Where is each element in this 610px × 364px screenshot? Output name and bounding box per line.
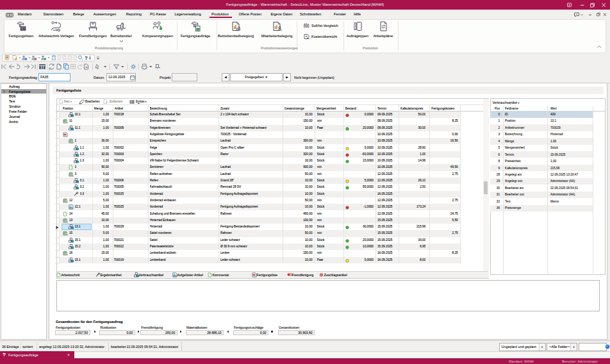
svg-text:?: ? <box>85 55 88 60</box>
